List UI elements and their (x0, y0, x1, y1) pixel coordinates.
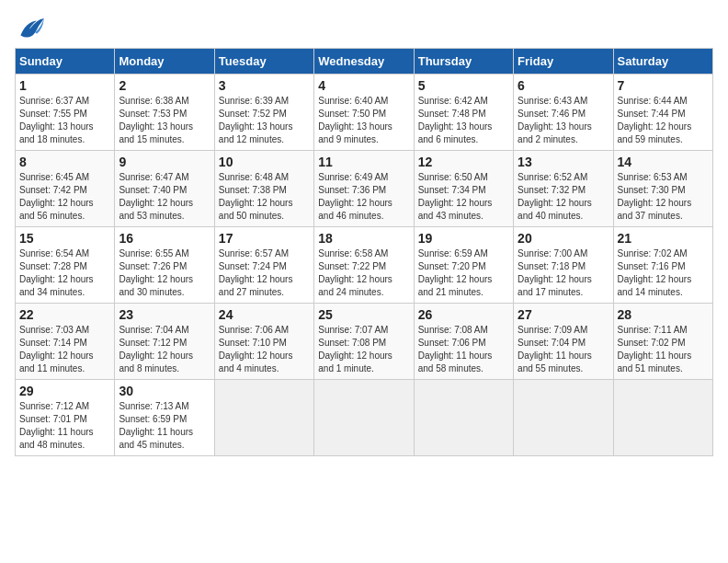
calendar-cell: 16 Sunrise: 6:55 AM Sunset: 7:26 PM Dayl… (115, 227, 214, 304)
weekday-header-tuesday: Tuesday (214, 49, 313, 75)
calendar-table: SundayMondayTuesdayWednesdayThursdayFrid… (15, 48, 713, 456)
day-info: Sunrise: 7:11 AM Sunset: 7:02 PM Dayligh… (618, 324, 709, 375)
calendar-cell: 3 Sunrise: 6:39 AM Sunset: 7:52 PM Dayli… (214, 75, 313, 151)
day-number: 28 (618, 307, 709, 322)
day-info: Sunrise: 6:42 AM Sunset: 7:48 PM Dayligh… (418, 95, 509, 146)
day-info: Sunrise: 7:06 AM Sunset: 7:10 PM Dayligh… (219, 324, 310, 375)
calendar-cell: 27 Sunrise: 7:09 AM Sunset: 7:04 PM Dayl… (514, 304, 613, 380)
calendar-cell (613, 380, 712, 456)
calendar-cell: 25 Sunrise: 7:07 AM Sunset: 7:08 PM Dayl… (314, 304, 414, 380)
day-number: 24 (219, 307, 310, 322)
day-number: 7 (618, 78, 709, 93)
day-number: 15 (19, 231, 110, 246)
weekday-header-friday: Friday (514, 49, 613, 75)
day-info: Sunrise: 7:07 AM Sunset: 7:08 PM Dayligh… (318, 324, 409, 375)
weekday-header-sunday: Sunday (16, 49, 115, 75)
day-number: 23 (119, 307, 210, 322)
calendar-cell: 21 Sunrise: 7:02 AM Sunset: 7:16 PM Dayl… (613, 227, 712, 304)
day-number: 13 (518, 155, 609, 169)
day-number: 18 (318, 231, 409, 246)
day-info: Sunrise: 7:03 AM Sunset: 7:14 PM Dayligh… (19, 324, 110, 375)
day-number: 29 (19, 384, 110, 398)
day-info: Sunrise: 6:55 AM Sunset: 7:26 PM Dayligh… (119, 247, 210, 299)
calendar-cell: 28 Sunrise: 7:11 AM Sunset: 7:02 PM Dayl… (613, 304, 712, 380)
day-number: 10 (219, 155, 310, 169)
calendar-cell: 24 Sunrise: 7:06 AM Sunset: 7:10 PM Dayl… (214, 304, 313, 380)
calendar-cell: 11 Sunrise: 6:49 AM Sunset: 7:36 PM Dayl… (314, 151, 414, 227)
day-number: 20 (518, 231, 609, 246)
day-number: 14 (618, 155, 709, 169)
day-number: 8 (19, 155, 110, 169)
calendar-cell: 29 Sunrise: 7:12 AM Sunset: 7:01 PM Dayl… (16, 380, 115, 456)
calendar-cell: 6 Sunrise: 6:43 AM Sunset: 7:46 PM Dayli… (514, 75, 613, 151)
calendar-cell: 9 Sunrise: 6:47 AM Sunset: 7:40 PM Dayli… (115, 151, 214, 227)
calendar-cell: 17 Sunrise: 6:57 AM Sunset: 7:24 PM Dayl… (214, 227, 313, 304)
calendar-cell (314, 380, 414, 456)
day-info: Sunrise: 6:52 AM Sunset: 7:32 PM Dayligh… (518, 171, 609, 223)
calendar-cell (414, 380, 513, 456)
logo-bird-icon (15, 15, 44, 40)
calendar-cell: 12 Sunrise: 6:50 AM Sunset: 7:34 PM Dayl… (414, 151, 513, 227)
day-info: Sunrise: 6:45 AM Sunset: 7:42 PM Dayligh… (19, 171, 110, 223)
calendar-cell: 15 Sunrise: 6:54 AM Sunset: 7:28 PM Dayl… (16, 227, 115, 304)
day-number: 4 (318, 78, 409, 93)
calendar-cell: 19 Sunrise: 6:59 AM Sunset: 7:20 PM Dayl… (414, 227, 513, 304)
day-info: Sunrise: 7:09 AM Sunset: 7:04 PM Dayligh… (518, 324, 609, 375)
day-info: Sunrise: 7:13 AM Sunset: 6:59 PM Dayligh… (119, 400, 210, 452)
calendar-cell: 22 Sunrise: 7:03 AM Sunset: 7:14 PM Dayl… (16, 304, 115, 380)
calendar-cell (214, 380, 313, 456)
day-info: Sunrise: 6:44 AM Sunset: 7:44 PM Dayligh… (618, 95, 709, 146)
day-info: Sunrise: 7:12 AM Sunset: 7:01 PM Dayligh… (19, 400, 110, 452)
calendar-cell: 5 Sunrise: 6:42 AM Sunset: 7:48 PM Dayli… (414, 75, 513, 151)
day-number: 21 (618, 231, 709, 246)
day-info: Sunrise: 7:02 AM Sunset: 7:16 PM Dayligh… (618, 247, 709, 299)
day-info: Sunrise: 7:08 AM Sunset: 7:06 PM Dayligh… (418, 324, 509, 375)
logo (15, 15, 48, 40)
day-number: 3 (219, 78, 310, 93)
calendar-cell: 18 Sunrise: 6:58 AM Sunset: 7:22 PM Dayl… (314, 227, 414, 304)
page-header (15, 15, 713, 40)
day-info: Sunrise: 6:50 AM Sunset: 7:34 PM Dayligh… (418, 171, 509, 223)
calendar-week-3: 15 Sunrise: 6:54 AM Sunset: 7:28 PM Dayl… (16, 227, 713, 304)
day-number: 26 (418, 307, 509, 322)
calendar-cell: 8 Sunrise: 6:45 AM Sunset: 7:42 PM Dayli… (16, 151, 115, 227)
day-number: 17 (219, 231, 310, 246)
day-number: 2 (119, 78, 210, 93)
calendar-week-4: 22 Sunrise: 7:03 AM Sunset: 7:14 PM Dayl… (16, 304, 713, 380)
day-info: Sunrise: 6:54 AM Sunset: 7:28 PM Dayligh… (19, 247, 110, 299)
calendar-cell: 26 Sunrise: 7:08 AM Sunset: 7:06 PM Dayl… (414, 304, 513, 380)
day-number: 16 (119, 231, 210, 246)
calendar-cell: 30 Sunrise: 7:13 AM Sunset: 6:59 PM Dayl… (115, 380, 214, 456)
day-info: Sunrise: 6:49 AM Sunset: 7:36 PM Dayligh… (318, 171, 409, 223)
calendar-cell: 2 Sunrise: 6:38 AM Sunset: 7:53 PM Dayli… (115, 75, 214, 151)
day-info: Sunrise: 7:04 AM Sunset: 7:12 PM Dayligh… (119, 324, 210, 375)
day-number: 30 (119, 384, 210, 398)
day-info: Sunrise: 6:39 AM Sunset: 7:52 PM Dayligh… (219, 95, 310, 146)
day-info: Sunrise: 6:43 AM Sunset: 7:46 PM Dayligh… (518, 95, 609, 146)
calendar-cell: 23 Sunrise: 7:04 AM Sunset: 7:12 PM Dayl… (115, 304, 214, 380)
weekday-header-wednesday: Wednesday (314, 49, 414, 75)
day-number: 19 (418, 231, 509, 246)
day-number: 6 (518, 78, 609, 93)
calendar-cell: 4 Sunrise: 6:40 AM Sunset: 7:50 PM Dayli… (314, 75, 414, 151)
day-number: 5 (418, 78, 509, 93)
calendar-cell: 20 Sunrise: 7:00 AM Sunset: 7:18 PM Dayl… (514, 227, 613, 304)
calendar-cell: 1 Sunrise: 6:37 AM Sunset: 7:55 PM Dayli… (16, 75, 115, 151)
day-number: 27 (518, 307, 609, 322)
day-info: Sunrise: 6:53 AM Sunset: 7:30 PM Dayligh… (618, 171, 709, 223)
calendar-header-row: SundayMondayTuesdayWednesdayThursdayFrid… (16, 49, 713, 75)
day-info: Sunrise: 6:47 AM Sunset: 7:40 PM Dayligh… (119, 171, 210, 223)
day-number: 25 (318, 307, 409, 322)
day-info: Sunrise: 6:57 AM Sunset: 7:24 PM Dayligh… (219, 247, 310, 299)
calendar-week-1: 1 Sunrise: 6:37 AM Sunset: 7:55 PM Dayli… (16, 75, 713, 151)
calendar-week-5: 29 Sunrise: 7:12 AM Sunset: 7:01 PM Dayl… (16, 380, 713, 456)
day-info: Sunrise: 6:48 AM Sunset: 7:38 PM Dayligh… (219, 171, 310, 223)
day-number: 1 (19, 78, 110, 93)
calendar-cell (514, 380, 613, 456)
day-info: Sunrise: 6:40 AM Sunset: 7:50 PM Dayligh… (318, 95, 409, 146)
day-number: 12 (418, 155, 509, 169)
day-info: Sunrise: 6:37 AM Sunset: 7:55 PM Dayligh… (19, 95, 110, 146)
day-info: Sunrise: 6:58 AM Sunset: 7:22 PM Dayligh… (318, 247, 409, 299)
calendar-week-2: 8 Sunrise: 6:45 AM Sunset: 7:42 PM Dayli… (16, 151, 713, 227)
calendar-cell: 14 Sunrise: 6:53 AM Sunset: 7:30 PM Dayl… (613, 151, 712, 227)
